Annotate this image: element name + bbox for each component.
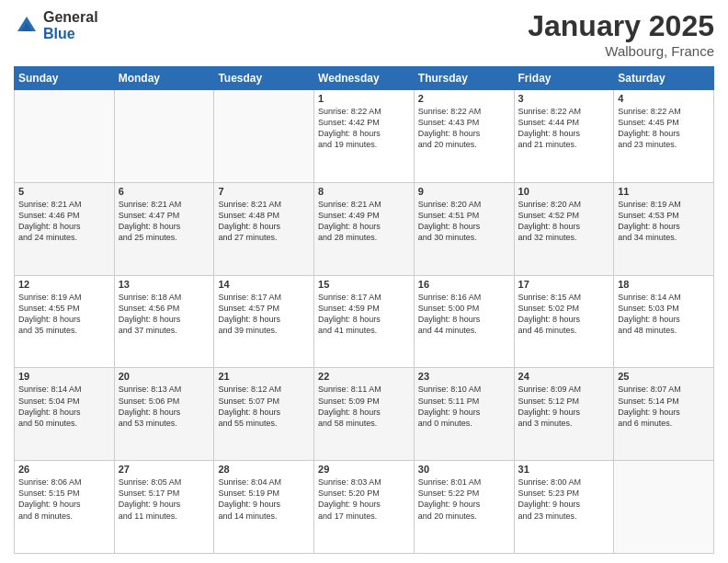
calendar-table: Sunday Monday Tuesday Wednesday Thursday… [14, 66, 714, 554]
day-number: 1 [318, 93, 410, 104]
day-info: Sunrise: 8:22 AMSunset: 4:42 PMDaylight:… [318, 106, 410, 151]
day-info: Sunrise: 8:16 AMSunset: 5:00 PMDaylight:… [418, 292, 510, 337]
day-number: 22 [318, 371, 410, 382]
col-thursday: Thursday [414, 67, 514, 90]
day-info: Sunrise: 8:14 AMSunset: 5:04 PMDaylight:… [18, 384, 110, 429]
header: General Blue January 2025 Walbourg, Fran… [14, 9, 714, 59]
table-row: 11Sunrise: 8:19 AMSunset: 4:53 PMDayligh… [614, 182, 714, 275]
day-number: 29 [318, 464, 410, 475]
col-saturday: Saturday [614, 67, 714, 90]
logo-icon [14, 13, 40, 39]
day-number: 8 [318, 186, 410, 197]
day-info: Sunrise: 8:14 AMSunset: 5:03 PMDaylight:… [618, 292, 710, 337]
day-info: Sunrise: 8:21 AMSunset: 4:48 PMDaylight:… [218, 199, 310, 244]
day-info: Sunrise: 8:20 AMSunset: 4:52 PMDaylight:… [518, 199, 610, 244]
day-number: 28 [218, 464, 310, 475]
day-number: 11 [618, 186, 710, 197]
table-row: 20Sunrise: 8:13 AMSunset: 5:06 PMDayligh… [114, 368, 214, 461]
day-number: 10 [518, 186, 610, 197]
day-info: Sunrise: 8:22 AMSunset: 4:43 PMDaylight:… [418, 106, 510, 151]
day-info: Sunrise: 8:15 AMSunset: 5:02 PMDaylight:… [518, 292, 610, 337]
day-number: 2 [418, 93, 510, 104]
day-number: 19 [18, 371, 110, 382]
table-row: 2Sunrise: 8:22 AMSunset: 4:43 PMDaylight… [414, 90, 514, 183]
day-number: 15 [318, 279, 410, 290]
day-info: Sunrise: 8:21 AMSunset: 4:46 PMDaylight:… [18, 199, 110, 244]
day-number: 30 [418, 464, 510, 475]
logo-blue-label: Blue [43, 26, 98, 42]
day-info: Sunrise: 8:01 AMSunset: 5:22 PMDaylight:… [418, 477, 510, 522]
day-number: 3 [518, 93, 610, 104]
table-row: 30Sunrise: 8:01 AMSunset: 5:22 PMDayligh… [414, 461, 514, 554]
day-info: Sunrise: 8:00 AMSunset: 5:23 PMDaylight:… [518, 477, 610, 522]
day-info: Sunrise: 8:09 AMSunset: 5:12 PMDaylight:… [518, 384, 610, 429]
calendar-week-row: 19Sunrise: 8:14 AMSunset: 5:04 PMDayligh… [15, 368, 714, 461]
day-info: Sunrise: 8:13 AMSunset: 5:06 PMDaylight:… [119, 384, 210, 429]
day-number: 17 [518, 279, 610, 290]
day-number: 27 [119, 464, 210, 475]
table-row: 17Sunrise: 8:15 AMSunset: 5:02 PMDayligh… [514, 275, 614, 368]
table-row: 18Sunrise: 8:14 AMSunset: 5:03 PMDayligh… [614, 275, 714, 368]
day-number: 9 [418, 186, 510, 197]
table-row: 27Sunrise: 8:05 AMSunset: 5:17 PMDayligh… [114, 461, 214, 554]
day-info: Sunrise: 8:04 AMSunset: 5:19 PMDaylight:… [218, 477, 310, 522]
table-row: 29Sunrise: 8:03 AMSunset: 5:20 PMDayligh… [314, 461, 415, 554]
col-wednesday: Wednesday [314, 67, 415, 90]
day-number: 23 [418, 371, 510, 382]
day-number: 18 [618, 279, 710, 290]
page: General Blue January 2025 Walbourg, Fran… [0, 0, 728, 563]
day-number: 4 [618, 93, 710, 104]
table-row: 10Sunrise: 8:20 AMSunset: 4:52 PMDayligh… [514, 182, 614, 275]
col-friday: Friday [514, 67, 614, 90]
day-number: 5 [18, 186, 110, 197]
calendar-header-row: Sunday Monday Tuesday Wednesday Thursday… [15, 67, 714, 90]
logo: General Blue [14, 9, 98, 41]
table-row: 6Sunrise: 8:21 AMSunset: 4:47 PMDaylight… [114, 182, 214, 275]
day-number: 24 [518, 371, 610, 382]
table-row [114, 90, 214, 183]
title-location: Walbourg, France [528, 43, 714, 59]
day-info: Sunrise: 8:05 AMSunset: 5:17 PMDaylight:… [119, 477, 210, 522]
day-info: Sunrise: 8:03 AMSunset: 5:20 PMDaylight:… [318, 477, 410, 522]
logo-general-label: General [43, 9, 98, 26]
day-number: 20 [119, 371, 210, 382]
table-row: 16Sunrise: 8:16 AMSunset: 5:00 PMDayligh… [414, 275, 514, 368]
day-number: 16 [418, 279, 510, 290]
day-info: Sunrise: 8:21 AMSunset: 4:47 PMDaylight:… [119, 199, 210, 244]
table-row: 31Sunrise: 8:00 AMSunset: 5:23 PMDayligh… [514, 461, 614, 554]
day-info: Sunrise: 8:19 AMSunset: 4:53 PMDaylight:… [618, 199, 710, 244]
day-info: Sunrise: 8:12 AMSunset: 5:07 PMDaylight:… [218, 384, 310, 429]
table-row: 23Sunrise: 8:10 AMSunset: 5:11 PMDayligh… [414, 368, 514, 461]
col-sunday: Sunday [15, 67, 115, 90]
day-number: 13 [119, 279, 210, 290]
day-number: 26 [18, 464, 110, 475]
day-number: 7 [218, 186, 310, 197]
day-info: Sunrise: 8:21 AMSunset: 4:49 PMDaylight:… [318, 199, 410, 244]
table-row: 14Sunrise: 8:17 AMSunset: 4:57 PMDayligh… [214, 275, 314, 368]
day-number: 31 [518, 464, 610, 475]
day-info: Sunrise: 8:11 AMSunset: 5:09 PMDaylight:… [318, 384, 410, 429]
table-row: 25Sunrise: 8:07 AMSunset: 5:14 PMDayligh… [614, 368, 714, 461]
table-row: 9Sunrise: 8:20 AMSunset: 4:51 PMDaylight… [414, 182, 514, 275]
title-block: January 2025 Walbourg, France [528, 9, 714, 59]
table-row: 15Sunrise: 8:17 AMSunset: 4:59 PMDayligh… [314, 275, 415, 368]
table-row: 5Sunrise: 8:21 AMSunset: 4:46 PMDaylight… [15, 182, 115, 275]
col-tuesday: Tuesday [214, 67, 314, 90]
calendar-week-row: 5Sunrise: 8:21 AMSunset: 4:46 PMDaylight… [15, 182, 714, 275]
table-row: 4Sunrise: 8:22 AMSunset: 4:45 PMDaylight… [614, 90, 714, 183]
calendar-week-row: 26Sunrise: 8:06 AMSunset: 5:15 PMDayligh… [15, 461, 714, 554]
logo-text: General Blue [43, 9, 98, 41]
day-info: Sunrise: 8:22 AMSunset: 4:44 PMDaylight:… [518, 106, 610, 151]
col-monday: Monday [114, 67, 214, 90]
table-row: 8Sunrise: 8:21 AMSunset: 4:49 PMDaylight… [314, 182, 415, 275]
table-row: 26Sunrise: 8:06 AMSunset: 5:15 PMDayligh… [15, 461, 115, 554]
day-info: Sunrise: 8:17 AMSunset: 4:59 PMDaylight:… [318, 292, 410, 337]
day-number: 25 [618, 371, 710, 382]
day-info: Sunrise: 8:17 AMSunset: 4:57 PMDaylight:… [218, 292, 310, 337]
day-info: Sunrise: 8:22 AMSunset: 4:45 PMDaylight:… [618, 106, 710, 151]
table-row [214, 90, 314, 183]
table-row: 28Sunrise: 8:04 AMSunset: 5:19 PMDayligh… [214, 461, 314, 554]
day-number: 6 [119, 186, 210, 197]
table-row: 7Sunrise: 8:21 AMSunset: 4:48 PMDaylight… [214, 182, 314, 275]
day-info: Sunrise: 8:10 AMSunset: 5:11 PMDaylight:… [418, 384, 510, 429]
